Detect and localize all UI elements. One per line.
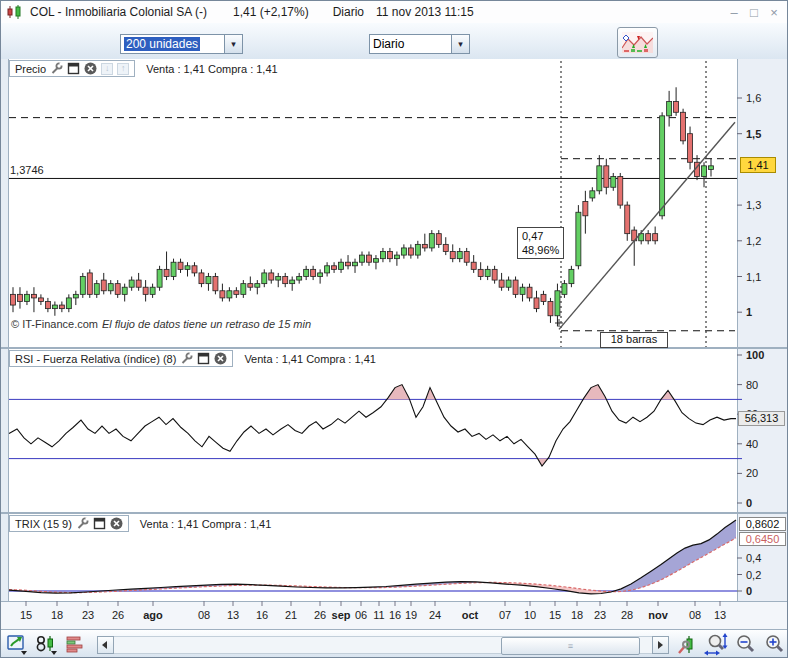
rsi-value-badge: 56,313 xyxy=(738,411,785,426)
instrument-title: COL - Inmobiliaria Colonial SA (-) xyxy=(30,5,207,19)
trix-panel-header: TRIX (15 9) Venta : 1,41 Compra : 1,41 xyxy=(9,515,275,532)
maximize-button[interactable]: □ xyxy=(747,5,761,20)
date-axis-label: 19 xyxy=(405,609,417,621)
date-axis-label: 13 xyxy=(714,609,726,621)
date-axis-label: 18 xyxy=(51,609,63,621)
price-axis-label: 1,2 xyxy=(746,235,761,247)
period-dropdown[interactable]: Diario ▾ xyxy=(369,34,470,54)
close-icon[interactable] xyxy=(84,62,97,75)
wrench-icon[interactable] xyxy=(76,517,89,530)
last-price-badge: 1,41 xyxy=(740,157,776,173)
minimize-button[interactable]: – xyxy=(727,5,741,20)
rsi-axis-label: 20 xyxy=(746,467,758,479)
move-down-icon: ↓ xyxy=(101,63,113,75)
panel-window-icon[interactable] xyxy=(93,517,106,530)
scroll-right-button[interactable] xyxy=(652,636,669,654)
titlebar: COL - Inmobiliaria Colonial SA (-) 1,41 … xyxy=(1,1,787,24)
chevron-down-icon[interactable]: ▾ xyxy=(224,34,243,54)
chart-settings-button[interactable] xyxy=(675,633,698,657)
date-axis-label: 08 xyxy=(198,609,210,621)
move-up-icon: ↑ xyxy=(117,63,129,75)
price-level-label: 1,3746 xyxy=(10,164,44,176)
chart-canvas[interactable]: 1,61,51,31,21,111008060402000,40,2015182… xyxy=(1,59,788,629)
rsi-axis-label: 40 xyxy=(746,438,758,450)
top-toolbar: 200 unidades ▾ Diario ▾ xyxy=(1,23,787,60)
date-axis-label: 21 xyxy=(285,609,297,621)
units-dropdown-value: 200 unidades xyxy=(124,37,200,51)
price-axis-label: 1,5 xyxy=(746,128,761,140)
window-controls: – □ × xyxy=(727,1,781,23)
date-axis-label: 23 xyxy=(594,609,606,621)
date-axis-label: 06 xyxy=(355,609,367,621)
delay-notice: El flujo de datos tiene un retraso de 15… xyxy=(102,318,311,330)
date-axis-label: 15 xyxy=(20,609,32,621)
date-axis-label: ago xyxy=(143,609,163,621)
panel-title: RSI - Fuerza Relativa (índice) (8) xyxy=(15,353,176,365)
data-provider-note: © IT-Finance.comEl flujo de datos tiene … xyxy=(11,318,311,330)
date-axis-label: 16 xyxy=(256,609,268,621)
zoom-fit-button[interactable] xyxy=(704,633,728,657)
price-panel-header: Precio ↓ ↑ Venta : 1,41 Compra : 1,41 xyxy=(9,60,282,77)
chart-objects-button[interactable] xyxy=(34,634,59,656)
trix-axis-label: 0 xyxy=(746,585,752,597)
date-axis-label: 16 xyxy=(389,609,401,621)
horizontal-scrollbar: ≡ xyxy=(97,636,669,654)
scrollbar-thumb[interactable]: ≡ xyxy=(501,637,640,655)
chart-area: 1,61,51,31,21,111008060402000,40,2015182… xyxy=(1,59,788,629)
date-axis-label: 28 xyxy=(621,609,633,621)
close-icon[interactable] xyxy=(110,517,123,530)
date-axis-label: oct xyxy=(462,609,479,621)
date-axis-label: 08 xyxy=(689,609,701,621)
date-axis-label: sep xyxy=(332,609,351,621)
zoom-in-button[interactable] xyxy=(764,633,787,657)
chart-style-button[interactable] xyxy=(617,27,658,58)
date-axis-label: 18 xyxy=(571,609,583,621)
price-axis-label: 1,1 xyxy=(746,271,761,283)
measure-range: 0,47 xyxy=(522,229,559,243)
price-axis-label: 1,6 xyxy=(746,92,761,104)
panel-title: TRIX (15 9) xyxy=(15,518,72,530)
rsi-axis-label: 100 xyxy=(746,349,764,361)
date-axis-label: 15 xyxy=(549,609,561,621)
timeframe-label: Diario xyxy=(333,5,364,19)
panel-title: Precio xyxy=(15,63,46,75)
measure-percent: 48,96% xyxy=(522,243,559,257)
units-dropdown[interactable]: 200 unidades ▾ xyxy=(120,34,243,54)
date-axis-label: 26 xyxy=(314,609,326,621)
datetime-label: 11 nov 2013 11:15 xyxy=(376,5,474,19)
last-price-change: 1,41 (+2,17%) xyxy=(233,5,309,19)
close-button[interactable]: × xyxy=(767,5,781,20)
panel-window-icon[interactable] xyxy=(197,352,210,365)
trix-signal-badge: 0,6450 xyxy=(739,532,786,546)
chevron-down-icon[interactable]: ▾ xyxy=(451,34,470,54)
date-axis-label: nov xyxy=(648,609,668,621)
measure-annotation[interactable]: 0,47 48,96% xyxy=(517,227,564,259)
drawing-tools-button[interactable] xyxy=(5,634,30,656)
date-axis-label: 07 xyxy=(499,609,511,621)
rsi-axis-label: 80 xyxy=(746,379,758,391)
quote-label: Venta : 1,41 Compra : 1,41 xyxy=(240,350,379,367)
panel-window-icon[interactable] xyxy=(67,62,80,75)
scroll-left-button[interactable] xyxy=(97,636,114,654)
trix-axis-label: 0,4 xyxy=(746,552,761,564)
quote-label: Venta : 1,41 Compra : 1,41 xyxy=(142,60,281,77)
date-axis-label: 11 xyxy=(373,609,384,621)
date-axis-label: 23 xyxy=(82,609,94,621)
date-axis-label: 26 xyxy=(112,609,124,621)
close-icon[interactable] xyxy=(214,352,227,365)
bottom-toolbar: ≡ xyxy=(1,629,787,658)
scrollbar-track[interactable]: ≡ xyxy=(114,636,652,654)
copyright-label: © IT-Finance.com xyxy=(11,318,98,330)
date-axis-label: 13 xyxy=(227,609,239,621)
mini-chart-icon xyxy=(622,32,653,53)
zoom-out-button[interactable] xyxy=(734,633,757,657)
trix-value-badge: 0,8602 xyxy=(739,517,786,531)
wrench-icon[interactable] xyxy=(180,352,193,365)
rsi-axis-label: 0 xyxy=(746,497,752,509)
date-axis-label: 24 xyxy=(429,609,441,621)
quote-label: Venta : 1,41 Compra : 1,41 xyxy=(136,515,275,532)
trading-window: COL - Inmobiliaria Colonial SA (-) 1,41 … xyxy=(0,0,788,658)
wrench-icon[interactable] xyxy=(50,62,63,75)
volume-profile-button[interactable] xyxy=(64,634,89,656)
trix-axis-label: 0,2 xyxy=(746,569,761,581)
